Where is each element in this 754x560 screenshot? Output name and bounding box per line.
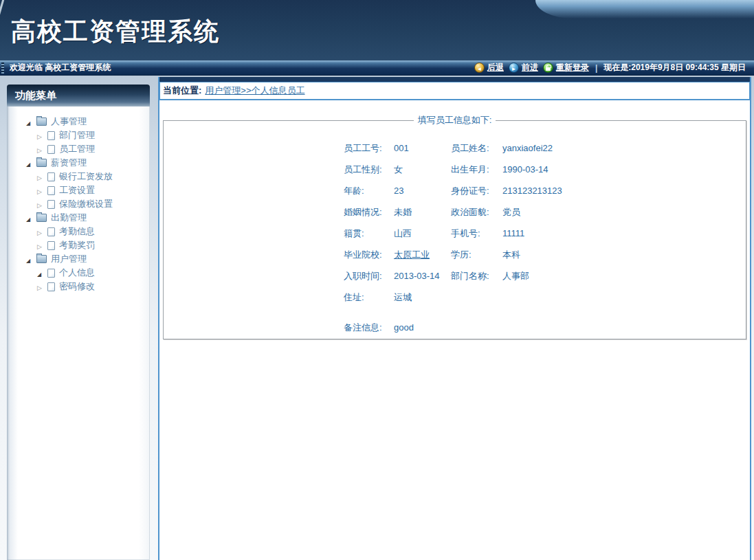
welcome-text: 欢迎光临 高校工资管理系统 <box>10 62 111 74</box>
employee-info-legend: 填写员工信息如下: <box>414 114 496 126</box>
folder-icon <box>36 117 47 126</box>
tree-item-user-management[interactable]: 用户管理 <box>7 252 150 266</box>
tree-item-salary-settings[interactable]: 工资设置 <box>7 183 150 197</box>
tree-item-department-management[interactable]: 部门管理 <box>7 128 150 142</box>
forward-button[interactable]: 前进 <box>509 62 538 74</box>
field-value-marital-status: 未婚 <box>394 206 451 219</box>
banner-gloss-decoration <box>535 0 754 19</box>
expand-arrow-icon[interactable] <box>26 214 36 223</box>
tree-item-label: 密码修改 <box>59 280 95 293</box>
folder-icon <box>36 255 47 263</box>
field-value-native-place: 山西 <box>394 227 451 240</box>
field-value-hire-date: 2013-03-14 <box>394 271 451 281</box>
form-row: 住址: 运城 <box>344 287 746 308</box>
tree-item-label: 薪资管理 <box>51 157 87 169</box>
field-value-birth-date: 1990-03-14 <box>502 164 746 175</box>
sidebar-menu-panel: 功能菜单 人事管理 部门管理 员工管理 薪资管理 <box>7 85 150 560</box>
tree-item-bank-salary-payment[interactable]: 银行工资发放 <box>7 170 150 183</box>
form-row: 员工性别: 女 出生年月: 1990-03-14 <box>344 159 746 180</box>
field-label-remarks: 备注信息: <box>344 322 394 334</box>
file-icon <box>47 282 55 291</box>
tree-item-personnel-management[interactable]: 人事管理 <box>7 115 150 128</box>
form-row: 员工工号: 001 员工姓名: yanxiaofei22 <box>344 137 746 159</box>
collapse-arrow-icon[interactable] <box>37 131 47 140</box>
employee-info-fieldset: 填写员工信息如下: 员工工号: 001 员工姓名: yanxiaofei22 员… <box>163 114 746 339</box>
expand-arrow-icon[interactable] <box>26 117 36 126</box>
field-value-employee-name: yanxiaofei22 <box>502 143 746 153</box>
app-banner: 高校工资管理系统 <box>0 0 754 60</box>
sidebar-title: 功能菜单 <box>7 85 150 107</box>
tree-item-label: 部门管理 <box>59 129 95 142</box>
expand-arrow-icon[interactable] <box>26 255 36 264</box>
collapse-arrow-icon[interactable] <box>37 186 47 195</box>
file-icon <box>47 200 55 209</box>
relogin-button[interactable]: 重新登录 <box>543 62 589 74</box>
function-menu-tree: 人事管理 部门管理 员工管理 薪资管理 银行工资发放 <box>7 115 150 293</box>
field-label-department: 部门名称: <box>451 270 502 282</box>
back-label: 后退 <box>487 62 504 74</box>
field-label-marital-status: 婚姻情况: <box>344 206 394 219</box>
field-label-age: 年龄: <box>344 185 394 197</box>
collapse-arrow-icon[interactable] <box>37 241 47 250</box>
expand-arrow-icon[interactable] <box>37 269 47 278</box>
file-icon <box>47 145 55 154</box>
field-label-gender: 员工性别: <box>344 164 394 176</box>
unlock-icon <box>543 63 553 73</box>
collapse-arrow-icon[interactable] <box>37 227 47 236</box>
form-row: 籍贯: 山西 手机号: 11111 <box>344 223 746 244</box>
tree-item-label: 保险缴税设置 <box>59 198 113 210</box>
breadcrumb-path-link[interactable]: 用户管理>>个人信息员工 <box>205 85 304 97</box>
tree-item-attendance-management[interactable]: 出勤管理 <box>7 211 150 225</box>
field-label-id-number: 身份证号: <box>451 185 502 197</box>
relogin-label: 重新登录 <box>556 62 589 74</box>
tree-item-employee-management[interactable]: 员工管理 <box>7 142 150 156</box>
tree-item-password-change[interactable]: 密码修改 <box>7 280 150 293</box>
field-value-phone: 11111 <box>502 228 746 238</box>
tree-item-insurance-tax-settings[interactable]: 保险缴税设置 <box>7 197 150 211</box>
field-label-employee-name: 员工姓名: <box>451 142 502 155</box>
current-datetime: 现在是:2019年9月8日 09:44:35 星期日 <box>603 62 746 74</box>
tree-item-label: 个人信息 <box>59 267 95 279</box>
field-value-address: 运城 <box>394 291 451 304</box>
toolbar-actions: 后退 前进 重新登录 | 现在是:2019年9月8日 09:44:35 星期日 <box>474 62 754 74</box>
collapse-arrow-icon[interactable] <box>37 282 47 291</box>
field-value-education: 本科 <box>502 249 746 261</box>
form-row: 婚姻情况: 未婚 政治面貌: 党员 <box>344 201 746 223</box>
field-value-graduate-school[interactable]: 太原工业 <box>394 249 451 261</box>
folder-icon <box>36 214 47 222</box>
tree-item-personal-info[interactable]: 个人信息 <box>7 266 150 280</box>
tree-item-attendance-info[interactable]: 考勤信息 <box>7 225 150 238</box>
app-title: 高校工资管理系统 <box>11 15 220 49</box>
back-button[interactable]: 后退 <box>474 62 504 74</box>
field-value-employee-id: 001 <box>394 143 451 153</box>
tree-item-label: 出勤管理 <box>51 212 87 224</box>
collapse-arrow-icon[interactable] <box>37 145 47 154</box>
content-top-bar <box>159 77 750 82</box>
app-window: 高校工资管理系统 欢迎光临 高校工资管理系统 后退 前进 重新登录 | 现在是:… <box>0 0 754 560</box>
breadcrumb: 当前位置: 用户管理>>个人信息员工 <box>159 82 750 100</box>
tree-item-label: 工资设置 <box>59 184 95 197</box>
back-icon <box>474 63 485 73</box>
breadcrumb-prefix: 当前位置: <box>163 85 201 97</box>
collapse-arrow-icon[interactable] <box>37 200 47 209</box>
field-label-employee-id: 员工工号: <box>344 142 394 155</box>
main-content-panel: 当前位置: 用户管理>>个人信息员工 填写员工信息如下: 员工工号: 001 员… <box>158 77 751 560</box>
tree-item-salary-management[interactable]: 薪资管理 <box>7 156 150 170</box>
file-icon <box>47 186 55 195</box>
file-icon <box>47 241 55 250</box>
form-row: 入职时间: 2013-03-14 部门名称: 人事部 <box>344 265 746 287</box>
folder-icon <box>36 159 47 167</box>
toolbar-separator: | <box>594 63 599 73</box>
field-label-phone: 手机号: <box>451 227 502 240</box>
tree-item-attendance-rewards[interactable]: 考勤奖罚 <box>7 238 150 252</box>
field-value-department: 人事部 <box>502 270 746 282</box>
field-label-native-place: 籍贯: <box>344 227 394 240</box>
top-toolbar: 欢迎光临 高校工资管理系统 后退 前进 重新登录 | 现在是:2019年9月8日… <box>0 60 754 76</box>
form-row: 年龄: 23 身份证号: 213123213123 <box>344 180 746 201</box>
collapse-arrow-icon[interactable] <box>37 172 47 181</box>
tree-item-label: 考勤奖罚 <box>59 239 95 251</box>
expand-arrow-icon[interactable] <box>26 159 36 168</box>
tree-item-label: 考勤信息 <box>59 225 95 238</box>
field-value-id-number: 213123213123 <box>502 186 746 196</box>
forward-icon <box>509 63 519 73</box>
